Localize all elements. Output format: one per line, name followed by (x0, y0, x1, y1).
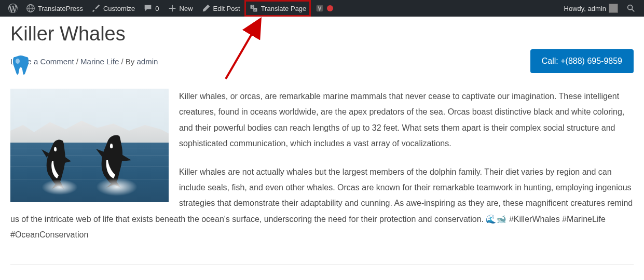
avatar (609, 4, 618, 13)
yoast-menu[interactable] (311, 0, 337, 17)
brush-icon (91, 4, 101, 13)
edit-post-label: Edit Post (213, 5, 240, 12)
article-body: Killer whales, or orcas, are remarkable … (10, 89, 634, 243)
customize-label: Customize (103, 5, 135, 12)
wp-logo[interactable] (4, 0, 22, 17)
translate-page-menu[interactable]: 文A Translate Page (244, 0, 311, 17)
category-link[interactable]: Marine Life (80, 57, 119, 66)
post-meta: Leave a Comment / Marine Life / By admin (10, 57, 158, 66)
howdy-label: Howdy, admin (564, 5, 606, 12)
translatepress-menu[interactable]: TranslatePress (22, 0, 87, 17)
translate-icon: 文A (249, 4, 258, 13)
meta-row: Leave a Comment / Marine Life / By admin… (10, 49, 634, 73)
comments-count: 0 (155, 5, 159, 12)
svg-point-8 (628, 5, 633, 10)
status-dot-icon (327, 5, 333, 11)
wp-admin-bar: TranslatePress Customize 0 New Edit Post (0, 0, 644, 17)
comment-icon (143, 4, 153, 13)
new-label: New (180, 5, 193, 12)
divider (10, 264, 634, 264)
search-toggle[interactable] (622, 0, 640, 17)
search-icon (626, 4, 636, 13)
author-link[interactable]: admin (136, 57, 158, 66)
svg-point-12 (16, 59, 20, 64)
call-button[interactable]: Call: +(888) 695-9859 (530, 49, 634, 73)
customize-menu[interactable]: Customize (87, 0, 139, 17)
hero-image (10, 89, 169, 202)
admin-bar-left: TranslatePress Customize 0 New Edit Post (4, 0, 337, 17)
edit-post-menu[interactable]: Edit Post (197, 0, 244, 17)
translate-page-label: Translate Page (261, 5, 307, 12)
wordpress-icon (8, 4, 18, 13)
meta-sep2: / By (119, 57, 136, 66)
pencil-icon (201, 4, 211, 13)
admin-bar-right: Howdy, admin (560, 0, 640, 17)
globe-icon (26, 4, 35, 13)
svg-text:A: A (254, 8, 256, 11)
plus-icon (168, 4, 177, 13)
comments-menu[interactable]: 0 (139, 0, 163, 17)
yoast-icon (315, 4, 324, 13)
account-menu[interactable]: Howdy, admin (560, 0, 622, 17)
tooth-icon[interactable] (10, 53, 31, 78)
page-content: Killer Whales Leave a Comment / Marine L… (0, 17, 644, 280)
new-menu[interactable]: New (163, 0, 197, 17)
translatepress-label: TranslatePress (38, 5, 83, 12)
page-title: Killer Whales (10, 23, 634, 45)
meta-sep: / (74, 57, 81, 66)
svg-line-9 (632, 9, 635, 12)
